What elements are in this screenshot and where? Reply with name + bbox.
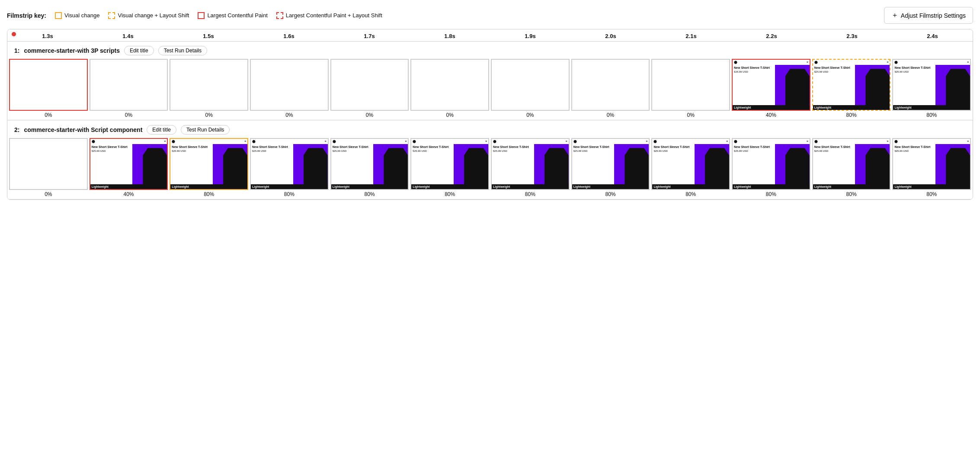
frame-cell-2-1[interactable]: ⬤ ≡ New Short Sleeve T-Shirt $25.99 USD …	[90, 138, 168, 197]
frame-img-2-2: ⬤ ≡ New Short Sleeve T-Shirt $25.99 USD …	[170, 138, 248, 190]
frame-cell-1-4[interactable]: 0%	[330, 59, 409, 118]
product-image-area	[293, 144, 328, 184]
frame-cell-1-11[interactable]: ⬤ ≡ New Short Sleeve T-Shirt $25.99 USD …	[892, 59, 971, 118]
frame-cell-2-3[interactable]: ⬤ ≡ New Short Sleeve T-Shirt $25.99 USD …	[250, 138, 329, 197]
row-2-section: 2: commerce-starter-with Script componen…	[7, 121, 973, 199]
frame-percent-1-6: 0%	[526, 112, 534, 118]
product-icon: ⬤	[493, 140, 496, 143]
product-card-header: ⬤ ≡	[893, 139, 970, 144]
product-title: New Short Sleeve T-Shirt	[493, 145, 533, 149]
legend-icon-lcp-ls	[276, 12, 283, 19]
frame-cell-1-3[interactable]: 0%	[250, 59, 329, 118]
frame-cell-2-0[interactable]: 0%	[9, 138, 88, 197]
row-1-frames: 0%0%0%0%0%0%0%0%0% ⬤ ≡ New Short Sleeve …	[7, 59, 973, 120]
frame-img-2-3: ⬤ ≡ New Short Sleeve T-Shirt $25.99 USD …	[250, 138, 329, 190]
product-price: $25.99 USD	[814, 71, 854, 74]
frame-percent-1-4: 0%	[366, 112, 373, 118]
frame-cell-2-4[interactable]: ⬤ ≡ New Short Sleeve T-Shirt $25.99 USD …	[330, 138, 409, 197]
frame-percent-2-7: 80%	[605, 191, 616, 197]
frame-img-1-6	[491, 59, 570, 111]
product-content: New Short Sleeve T-Shirt $25.99 USD	[813, 65, 890, 105]
frame-cell-2-2[interactable]: ⬤ ≡ New Short Sleeve T-Shirt $25.99 USD …	[170, 138, 248, 197]
product-content: New Short Sleeve T-Shirt $25.99 USD	[90, 144, 167, 184]
tick-3: 1.6s	[249, 33, 329, 39]
row-2-details-button[interactable]: Test Run Details	[181, 125, 230, 135]
product-footer: Lightweight	[90, 184, 167, 189]
shirt-silhouette	[544, 148, 569, 184]
product-footer: Lightweight	[733, 105, 810, 110]
frame-cell-1-7[interactable]: 0%	[571, 59, 650, 118]
product-card: ⬤ ≡ New Short Sleeve T-Shirt $25.99 USD …	[331, 139, 408, 189]
frame-cell-2-10[interactable]: ⬤ ≡ New Short Sleeve T-Shirt $25.99 USD …	[812, 138, 891, 197]
frame-cell-1-9[interactable]: ⬤ ≡ New Short Sleeve T-Shirt $25.99 USD …	[732, 59, 810, 118]
frame-percent-1-11: 80%	[926, 112, 937, 118]
filmstrip-container: 1.3s 1.4s 1.5s 1.6s 1.7s 1.8s 1.9s 2.0s …	[7, 29, 973, 200]
row-2-number: 2:	[14, 126, 19, 133]
product-footer: Lightweight	[893, 105, 970, 110]
tick-10: 2.3s	[812, 33, 892, 39]
frame-img-2-4: ⬤ ≡ New Short Sleeve T-Shirt $25.99 USD …	[330, 138, 409, 190]
row-2-edit-button[interactable]: Edit title	[147, 125, 176, 135]
tick-2: 1.5s	[168, 33, 249, 39]
frame-cell-1-8[interactable]: 0%	[651, 59, 730, 118]
product-price: $25.99 USD	[92, 150, 131, 153]
frame-cell-2-9[interactable]: ⬤ ≡ New Short Sleeve T-Shirt $25.99 USD …	[732, 138, 810, 197]
product-price: $25.99 USD	[814, 150, 854, 153]
adjust-button-label: Adjust Filmstrip Settings	[901, 12, 966, 19]
frame-cell-1-0[interactable]: 0%	[9, 59, 88, 118]
product-content: New Short Sleeve T-Shirt $25.99 USD	[251, 144, 328, 184]
frame-img-1-4	[330, 59, 409, 111]
product-price: $25.99 USD	[413, 150, 452, 153]
frame-cell-1-10[interactable]: ⬤ ≡ New Short Sleeve T-Shirt $25.99 USD …	[812, 59, 891, 118]
frame-cell-1-1[interactable]: 0%	[90, 59, 168, 118]
legend-icon-lcp	[198, 12, 205, 19]
frame-img-2-5: ⬤ ≡ New Short Sleeve T-Shirt $25.99 USD …	[410, 138, 489, 190]
shirt-silhouette	[625, 148, 649, 184]
row-1-edit-button[interactable]: Edit title	[124, 46, 154, 55]
product-price: $25.99 USD	[894, 71, 934, 74]
product-icon: ⬤	[653, 140, 657, 143]
frame-cell-2-7[interactable]: ⬤ ≡ New Short Sleeve T-Shirt $25.99 USD …	[571, 138, 650, 197]
frame-cell-2-11[interactable]: ⬤ ≡ New Short Sleeve T-Shirt $25.99 USD …	[892, 138, 971, 197]
frame-percent-2-10: 80%	[846, 191, 857, 197]
product-text: New Short Sleeve T-Shirt $25.99 USD	[251, 144, 293, 184]
frame-percent-2-4: 80%	[365, 191, 375, 197]
product-card: ⬤ ≡ New Short Sleeve T-Shirt $25.99 USD …	[572, 139, 649, 189]
row-1-details-button[interactable]: Test Run Details	[158, 46, 207, 55]
product-price: $25.99 USD	[172, 150, 211, 153]
product-icon: ⬤	[333, 140, 336, 143]
product-text: New Short Sleeve T-Shirt $25.99 USD	[893, 65, 935, 105]
product-title: New Short Sleeve T-Shirt	[814, 66, 854, 70]
product-icon: ⬤	[92, 140, 95, 143]
frame-cell-2-5[interactable]: ⬤ ≡ New Short Sleeve T-Shirt $25.99 USD …	[410, 138, 489, 197]
product-footer: Lightweight	[331, 184, 408, 189]
frame-percent-2-0: 0%	[45, 191, 52, 197]
shirt-silhouette	[464, 148, 488, 184]
product-footer: Lightweight	[251, 184, 328, 189]
frame-cell-1-2[interactable]: 0%	[170, 59, 248, 118]
frame-cell-2-8[interactable]: ⬤ ≡ New Short Sleeve T-Shirt $25.99 USD …	[651, 138, 730, 197]
shirt-silhouette	[865, 69, 890, 105]
legend-item-lcp: Largest Contentful Paint	[198, 12, 267, 19]
frame-cell-1-5[interactable]: 0%	[410, 59, 489, 118]
frame-percent-2-11: 80%	[926, 191, 937, 197]
frame-cell-1-6[interactable]: 0%	[491, 59, 570, 118]
frame-img-2-9: ⬤ ≡ New Short Sleeve T-Shirt $25.99 USD …	[732, 138, 810, 190]
product-icon: ⬤	[172, 140, 175, 143]
product-title: New Short Sleeve T-Shirt	[413, 145, 452, 149]
product-text: New Short Sleeve T-Shirt $25.99 USD	[331, 144, 374, 184]
product-menu-icon: ≡	[726, 140, 728, 143]
product-image-area	[855, 65, 890, 105]
frame-cell-2-6[interactable]: ⬤ ≡ New Short Sleeve T-Shirt $25.99 USD …	[491, 138, 570, 197]
product-price: $25.99 USD	[573, 150, 613, 153]
adjust-filmstrip-button[interactable]: ＋ Adjust Filmstrip Settings	[884, 7, 973, 24]
product-footer: Lightweight	[733, 184, 810, 189]
product-card: ⬤ ≡ New Short Sleeve T-Shirt $25.99 USD …	[813, 139, 890, 189]
product-footer: Lightweight	[813, 105, 890, 110]
product-footer: Lightweight	[572, 184, 649, 189]
tick-4: 1.7s	[329, 33, 410, 39]
product-content: New Short Sleeve T-Shirt $25.99 USD	[733, 144, 810, 184]
product-menu-icon: ≡	[807, 61, 808, 64]
product-card: ⬤ ≡ New Short Sleeve T-Shirt $25.99 USD …	[733, 60, 810, 110]
product-icon: ⬤	[413, 140, 416, 143]
